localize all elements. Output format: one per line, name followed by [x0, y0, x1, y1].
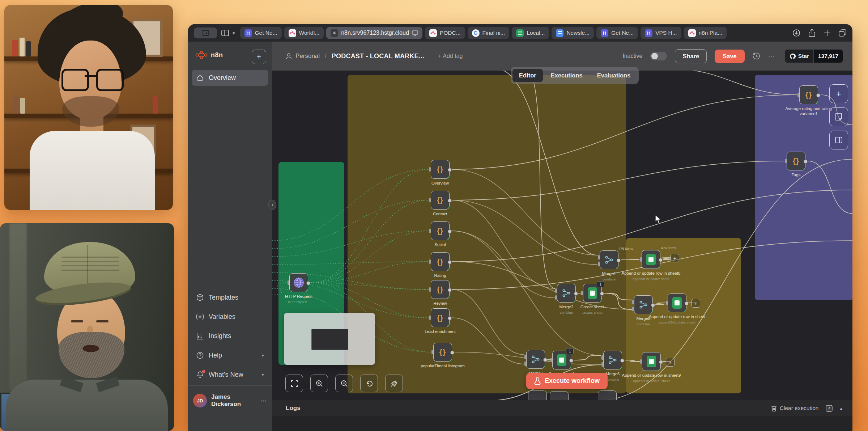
add-tag-button[interactable]: + Add tag: [438, 53, 463, 59]
tab-evaluations[interactable]: Evaluations: [591, 69, 637, 82]
save-button[interactable]: Save: [715, 50, 745, 63]
more-options-icon[interactable]: ⋯: [768, 52, 775, 60]
chevron-down-icon[interactable]: ▾: [233, 30, 235, 36]
github-star-badge[interactable]: Star 137,917: [785, 49, 843, 63]
node-box[interactable]: ✓: [668, 293, 686, 312]
tidy-up-button[interactable]: [385, 375, 403, 392]
browser-tab[interactable]: G Final ni...: [468, 27, 510, 39]
browser-tab[interactable]: Workfl...: [284, 27, 324, 39]
close-tab-icon[interactable]: ×: [331, 29, 338, 37]
browser-tab-active[interactable]: × n8n.srv967123.hstgr.cloud: [326, 27, 422, 39]
sidebar-item-variables[interactable]: Variables: [192, 309, 268, 325]
add-sticky-note-button[interactable]: [829, 107, 848, 126]
share-icon[interactable]: [808, 29, 816, 37]
sidebar-item-help[interactable]: Help ▾: [192, 347, 268, 363]
workflow-node-merge1[interactable]: ✓Merge1combine: [600, 250, 618, 281]
user-menu[interactable]: JD James Dickerson ⋯: [193, 393, 267, 408]
workflow-node-rating[interactable]: {}✓Rating: [431, 252, 450, 278]
chevron-up-icon[interactable]: ▴: [840, 406, 842, 411]
workflow-node-sheet8[interactable]: ✓Append or update row in sheet8appendOrU…: [642, 250, 660, 281]
workflow-title[interactable]: PODCAST - LOCAL MARKE...: [332, 52, 424, 60]
sidebar-item-whats-new[interactable]: What's New ▾: [192, 367, 268, 383]
node-box[interactable]: ✓: [600, 250, 618, 269]
new-workflow-button[interactable]: +: [252, 50, 266, 64]
node-box[interactable]: ✓: [289, 273, 308, 292]
node-box[interactable]: {}✓: [431, 221, 450, 240]
node-box[interactable]: {}✓: [431, 160, 450, 179]
node-box[interactable]: ✓1: [583, 284, 602, 303]
add-node-button[interactable]: +: [829, 84, 848, 103]
add-node-endpoint[interactable]: +: [671, 254, 679, 262]
open-panel-icon[interactable]: [826, 405, 833, 412]
browser-tab[interactable]: PODC...: [425, 27, 465, 39]
workflow-node-avg[interactable]: {}✓Average rating and rating variance1: [799, 85, 818, 117]
node-box[interactable]: {}✓: [431, 280, 450, 299]
workflow-node-sheetA[interactable]: ✓Append or update row in sheetappendOrUp…: [668, 293, 686, 324]
user-options-icon[interactable]: ⋯: [261, 397, 267, 404]
execute-workflow-button[interactable]: Execute workflow: [526, 373, 608, 389]
workflow-node-http1[interactable]: ✓HTTP RequestGET: https://...: [289, 273, 308, 304]
tab-executions[interactable]: Executions: [544, 69, 589, 82]
downloads-icon[interactable]: [792, 29, 800, 37]
workflow-node-overview[interactable]: {}✓Overview: [431, 160, 450, 186]
tab-group-pill-button[interactable]: [194, 28, 217, 38]
workflow-canvas[interactable]: ✓HTTP RequestGET: https://...{}✓Overview…: [272, 71, 852, 400]
node-box[interactable]: {}✓: [431, 308, 450, 327]
node-box[interactable]: ✓: [603, 351, 622, 369]
node-box[interactable]: {}✓: [799, 85, 818, 104]
node-box[interactable]: ✓1: [552, 351, 571, 369]
tab-editor[interactable]: Editor: [512, 69, 543, 82]
node-box[interactable]: {}✓: [433, 343, 452, 362]
node-box[interactable]: ✓: [642, 250, 660, 269]
node-box[interactable]: ✓: [634, 295, 653, 314]
history-icon[interactable]: [753, 52, 760, 60]
sidebar-item-insights[interactable]: Insights: [192, 328, 268, 344]
split-view-button[interactable]: [829, 131, 848, 149]
add-node-endpoint[interactable]: +: [692, 299, 700, 308]
workflow-node-review[interactable]: {}✓Review: [431, 280, 450, 306]
workflow-node-merge2[interactable]: ✓Merge2combine: [557, 284, 576, 314]
node-box[interactable]: {}✓: [431, 252, 450, 271]
workflow-node-tags[interactable]: {}✓Tags: [787, 152, 805, 178]
display-icon[interactable]: [412, 30, 418, 36]
sidebar-collapse-handle[interactable]: ‹: [268, 200, 276, 210]
project-name[interactable]: Personal: [295, 52, 320, 60]
share-button[interactable]: Share: [675, 49, 707, 63]
browser-tab[interactable]: H VPS H...: [641, 27, 681, 39]
workflow-node-lead[interactable]: {}✓Lead enrichment: [431, 308, 450, 334]
workflow-node-createsheet[interactable]: ✓1Create sheetcreate: sheet: [583, 284, 602, 314]
n8n-logo[interactable]: n8n: [195, 50, 223, 60]
node-box[interactable]: ✓: [526, 350, 545, 369]
workflow-node-pth[interactable]: {}✓popularTimesHistogram: [433, 343, 452, 369]
browser-tab[interactable]: Local...: [512, 27, 549, 39]
sidebar-toggle-button[interactable]: [220, 28, 230, 38]
zoom-out-button[interactable]: [335, 375, 353, 392]
node-box[interactable]: ✓: [642, 352, 661, 371]
node-box[interactable]: ✓: [557, 284, 576, 303]
clear-execution-button[interactable]: Clear execution: [771, 405, 819, 411]
undo-button[interactable]: [360, 375, 378, 392]
sidebar-item-overview[interactable]: Overview: [192, 70, 268, 86]
node-box[interactable]: {}✓: [431, 191, 450, 210]
logs-bar[interactable]: Logs Clear execution ▴: [272, 400, 852, 416]
sidebar-item-templates[interactable]: Templates: [192, 290, 268, 305]
workflow-node-partial[interactable]: [598, 390, 617, 400]
browser-tab[interactable]: Newsle...: [552, 27, 594, 39]
add-node-endpoint[interactable]: +: [666, 358, 675, 367]
fit-view-button[interactable]: [285, 375, 303, 392]
workflow-node-sheet9[interactable]: ✓Append or update row in sheet9appendOrU…: [642, 352, 661, 383]
node-box[interactable]: {}✓: [787, 152, 805, 170]
workflow-node-partial[interactable]: [550, 391, 569, 400]
browser-tab[interactable]: n8n Pla...: [684, 27, 727, 39]
success-check-icon: ✓: [447, 267, 450, 272]
new-tab-icon[interactable]: [824, 29, 831, 37]
workflow-node-contact[interactable]: {}✓Contact: [431, 191, 450, 217]
browser-tab[interactable]: H Get Ne...: [596, 27, 638, 39]
tab-overview-icon[interactable]: [839, 29, 847, 37]
node-label: Overview: [409, 181, 471, 186]
zoom-in-button[interactable]: [310, 375, 328, 392]
workflow-node-partial[interactable]: [528, 390, 547, 400]
workflow-node-social[interactable]: {}✓Social: [431, 221, 450, 248]
active-toggle[interactable]: [650, 52, 667, 60]
browser-tab[interactable]: H Get Ne...: [240, 27, 282, 39]
